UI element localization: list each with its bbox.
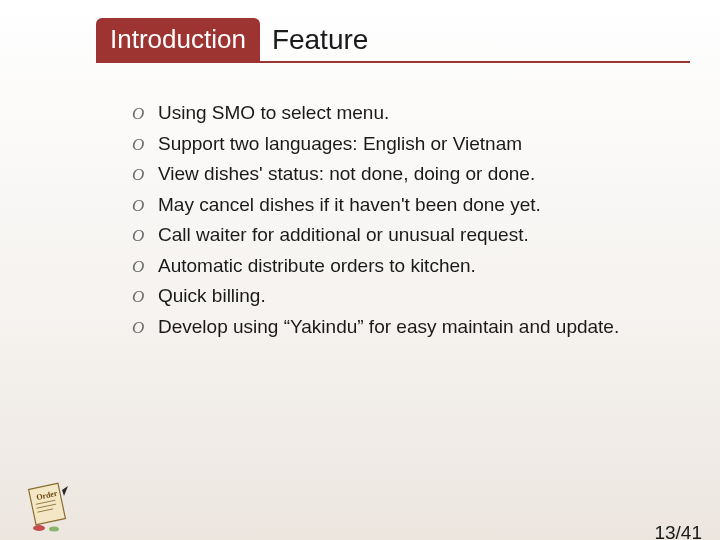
list-item: Support two languages: English or Vietna… bbox=[132, 130, 680, 159]
svg-point-5 bbox=[33, 525, 45, 531]
slide-title: Feature bbox=[260, 18, 369, 61]
list-item: View dishes' status: not done, doing or … bbox=[132, 160, 680, 189]
list-item: Call waiter for additional or unusual re… bbox=[132, 221, 680, 250]
page-number: 13/41 bbox=[654, 522, 702, 540]
slide-content: Using SMO to select menu. Support two la… bbox=[132, 99, 680, 341]
slide-header: Introduction Feature bbox=[96, 18, 690, 63]
list-item: Develop using “Yakindu” for easy maintai… bbox=[132, 313, 680, 342]
list-item: Quick billing. bbox=[132, 282, 680, 311]
slide: Introduction Feature Using SMO to select… bbox=[0, 18, 720, 540]
section-tab-label: Introduction bbox=[110, 24, 246, 54]
svg-rect-0 bbox=[29, 483, 66, 524]
order-receipt-icon: Order bbox=[24, 482, 76, 534]
section-tab: Introduction bbox=[96, 18, 260, 61]
list-item: Automatic distribute orders to kitchen. bbox=[132, 252, 680, 281]
list-item: May cancel dishes if it haven't been don… bbox=[132, 191, 680, 220]
feature-list: Using SMO to select menu. Support two la… bbox=[132, 99, 680, 341]
svg-point-6 bbox=[49, 527, 59, 532]
list-item: Using SMO to select menu. bbox=[132, 99, 680, 128]
